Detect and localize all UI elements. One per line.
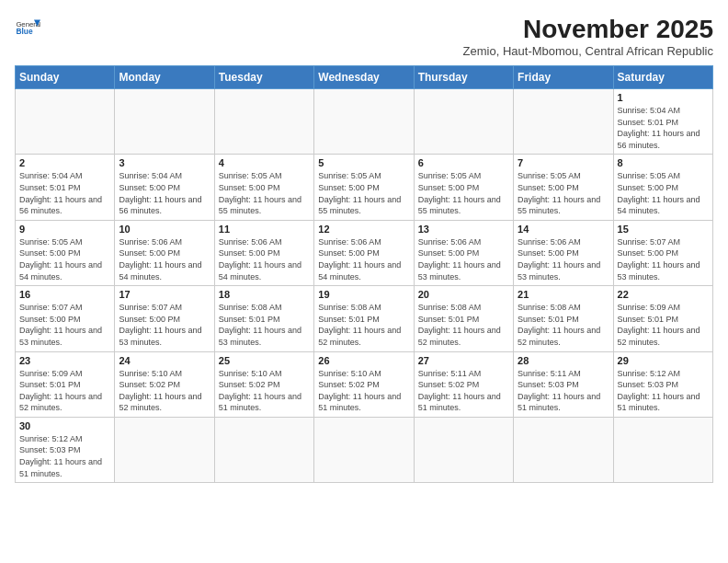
day-number: 25 bbox=[219, 355, 310, 366]
calendar-cell bbox=[314, 89, 414, 155]
title-section: November 2025 Zemio, Haut-Mbomou, Centra… bbox=[463, 15, 713, 58]
day-info: Sunrise: 5:11 AM Sunset: 5:03 PM Dayligh… bbox=[518, 368, 609, 414]
calendar-cell: 11Sunrise: 5:06 AM Sunset: 5:00 PM Dayli… bbox=[214, 220, 313, 285]
calendar-week-row: 2Sunrise: 5:04 AM Sunset: 5:01 PM Daylig… bbox=[16, 155, 713, 220]
day-info: Sunrise: 5:04 AM Sunset: 5:01 PM Dayligh… bbox=[19, 170, 110, 216]
day-info: Sunrise: 5:04 AM Sunset: 5:00 PM Dayligh… bbox=[119, 170, 210, 216]
calendar-cell: 5Sunrise: 5:05 AM Sunset: 5:00 PM Daylig… bbox=[314, 155, 414, 220]
day-info: Sunrise: 5:05 AM Sunset: 5:00 PM Dayligh… bbox=[19, 236, 110, 282]
day-number: 20 bbox=[418, 289, 509, 300]
day-number: 18 bbox=[219, 289, 310, 300]
calendar-cell: 16Sunrise: 5:07 AM Sunset: 5:00 PM Dayli… bbox=[16, 286, 115, 351]
day-number: 12 bbox=[318, 224, 409, 235]
calendar-week-row: 9Sunrise: 5:05 AM Sunset: 5:00 PM Daylig… bbox=[16, 220, 713, 285]
calendar-cell: 13Sunrise: 5:06 AM Sunset: 5:00 PM Dayli… bbox=[414, 220, 513, 285]
day-info: Sunrise: 5:05 AM Sunset: 5:00 PM Dayligh… bbox=[618, 170, 709, 216]
day-header-monday: Monday bbox=[115, 66, 214, 89]
calendar-cell: 1Sunrise: 5:04 AM Sunset: 5:01 PM Daylig… bbox=[613, 89, 712, 155]
day-number: 2 bbox=[19, 157, 110, 168]
day-info: Sunrise: 5:07 AM Sunset: 5:00 PM Dayligh… bbox=[618, 236, 709, 282]
calendar-cell: 3Sunrise: 5:04 AM Sunset: 5:00 PM Daylig… bbox=[115, 155, 214, 220]
day-number: 8 bbox=[618, 157, 709, 168]
calendar-cell: 4Sunrise: 5:05 AM Sunset: 5:00 PM Daylig… bbox=[214, 155, 313, 220]
day-number: 10 bbox=[119, 224, 210, 235]
day-number: 17 bbox=[119, 289, 210, 300]
day-number: 5 bbox=[318, 157, 409, 168]
day-info: Sunrise: 5:10 AM Sunset: 5:02 PM Dayligh… bbox=[119, 368, 210, 414]
calendar-cell: 2Sunrise: 5:04 AM Sunset: 5:01 PM Daylig… bbox=[16, 155, 115, 220]
day-info: Sunrise: 5:05 AM Sunset: 5:00 PM Dayligh… bbox=[318, 170, 409, 216]
day-number: 6 bbox=[418, 157, 509, 168]
day-number: 30 bbox=[19, 420, 110, 431]
calendar-cell: 25Sunrise: 5:10 AM Sunset: 5:02 PM Dayli… bbox=[214, 351, 313, 417]
calendar-cell: 12Sunrise: 5:06 AM Sunset: 5:00 PM Dayli… bbox=[314, 220, 414, 285]
calendar-cell bbox=[514, 417, 613, 482]
calendar-cell: 23Sunrise: 5:09 AM Sunset: 5:01 PM Dayli… bbox=[16, 351, 115, 417]
calendar-cell: 17Sunrise: 5:07 AM Sunset: 5:00 PM Dayli… bbox=[115, 286, 214, 351]
day-info: Sunrise: 5:05 AM Sunset: 5:00 PM Dayligh… bbox=[418, 170, 509, 216]
calendar-cell bbox=[613, 417, 712, 482]
day-info: Sunrise: 5:04 AM Sunset: 5:01 PM Dayligh… bbox=[618, 105, 709, 151]
day-info: Sunrise: 5:05 AM Sunset: 5:00 PM Dayligh… bbox=[518, 170, 609, 216]
day-info: Sunrise: 5:06 AM Sunset: 5:00 PM Dayligh… bbox=[219, 236, 310, 282]
svg-text:Blue: Blue bbox=[16, 27, 32, 36]
calendar-week-row: 16Sunrise: 5:07 AM Sunset: 5:00 PM Dayli… bbox=[16, 286, 713, 351]
calendar-cell: 30Sunrise: 5:12 AM Sunset: 5:03 PM Dayli… bbox=[16, 417, 115, 482]
location-subtitle: Zemio, Haut-Mbomou, Central African Repu… bbox=[463, 44, 713, 58]
day-number: 21 bbox=[518, 289, 609, 300]
calendar-cell bbox=[115, 417, 214, 482]
day-number: 15 bbox=[618, 224, 709, 235]
day-number: 22 bbox=[618, 289, 709, 300]
calendar-week-row: 23Sunrise: 5:09 AM Sunset: 5:01 PM Dayli… bbox=[16, 351, 713, 417]
day-number: 23 bbox=[19, 355, 110, 366]
day-info: Sunrise: 5:06 AM Sunset: 5:00 PM Dayligh… bbox=[418, 236, 509, 282]
calendar-cell bbox=[514, 89, 613, 155]
calendar-week-row: 30Sunrise: 5:12 AM Sunset: 5:03 PM Dayli… bbox=[16, 417, 713, 482]
calendar-week-row: 1Sunrise: 5:04 AM Sunset: 5:01 PM Daylig… bbox=[16, 89, 713, 155]
calendar-cell: 27Sunrise: 5:11 AM Sunset: 5:02 PM Dayli… bbox=[414, 351, 513, 417]
day-header-thursday: Thursday bbox=[414, 66, 513, 89]
calendar-cell: 21Sunrise: 5:08 AM Sunset: 5:01 PM Dayli… bbox=[514, 286, 613, 351]
calendar-header-row: SundayMondayTuesdayWednesdayThursdayFrid… bbox=[16, 66, 713, 89]
calendar-cell: 26Sunrise: 5:10 AM Sunset: 5:02 PM Dayli… bbox=[314, 351, 414, 417]
day-number: 9 bbox=[19, 224, 110, 235]
day-info: Sunrise: 5:08 AM Sunset: 5:01 PM Dayligh… bbox=[418, 302, 509, 348]
calendar-cell: 9Sunrise: 5:05 AM Sunset: 5:00 PM Daylig… bbox=[16, 220, 115, 285]
day-number: 14 bbox=[518, 224, 609, 235]
day-number: 27 bbox=[418, 355, 509, 366]
calendar-cell bbox=[314, 417, 414, 482]
day-number: 7 bbox=[518, 157, 609, 168]
day-header-saturday: Saturday bbox=[613, 66, 712, 89]
day-number: 19 bbox=[318, 289, 409, 300]
calendar-cell bbox=[214, 89, 313, 155]
day-info: Sunrise: 5:08 AM Sunset: 5:01 PM Dayligh… bbox=[518, 302, 609, 348]
day-info: Sunrise: 5:10 AM Sunset: 5:02 PM Dayligh… bbox=[219, 368, 310, 414]
day-info: Sunrise: 5:08 AM Sunset: 5:01 PM Dayligh… bbox=[219, 302, 310, 348]
page-header: General Blue November 2025 Zemio, Haut-M… bbox=[15, 15, 713, 58]
day-info: Sunrise: 5:12 AM Sunset: 5:03 PM Dayligh… bbox=[618, 368, 709, 414]
calendar-cell bbox=[16, 89, 115, 155]
day-info: Sunrise: 5:12 AM Sunset: 5:03 PM Dayligh… bbox=[19, 433, 110, 479]
day-info: Sunrise: 5:09 AM Sunset: 5:01 PM Dayligh… bbox=[618, 302, 709, 348]
day-number: 26 bbox=[318, 355, 409, 366]
calendar-cell: 18Sunrise: 5:08 AM Sunset: 5:01 PM Dayli… bbox=[214, 286, 313, 351]
day-info: Sunrise: 5:06 AM Sunset: 5:00 PM Dayligh… bbox=[318, 236, 409, 282]
logo: General Blue bbox=[15, 15, 40, 40]
day-header-sunday: Sunday bbox=[16, 66, 115, 89]
day-info: Sunrise: 5:11 AM Sunset: 5:02 PM Dayligh… bbox=[418, 368, 509, 414]
day-number: 16 bbox=[19, 289, 110, 300]
day-number: 4 bbox=[219, 157, 310, 168]
calendar-cell: 24Sunrise: 5:10 AM Sunset: 5:02 PM Dayli… bbox=[115, 351, 214, 417]
calendar-cell bbox=[414, 89, 513, 155]
day-info: Sunrise: 5:09 AM Sunset: 5:01 PM Dayligh… bbox=[19, 368, 110, 414]
day-number: 3 bbox=[119, 157, 210, 168]
day-number: 24 bbox=[119, 355, 210, 366]
day-header-tuesday: Tuesday bbox=[214, 66, 313, 89]
calendar-cell: 14Sunrise: 5:06 AM Sunset: 5:00 PM Dayli… bbox=[514, 220, 613, 285]
calendar-cell: 8Sunrise: 5:05 AM Sunset: 5:00 PM Daylig… bbox=[613, 155, 712, 220]
calendar-cell bbox=[214, 417, 313, 482]
day-info: Sunrise: 5:06 AM Sunset: 5:00 PM Dayligh… bbox=[119, 236, 210, 282]
day-info: Sunrise: 5:08 AM Sunset: 5:01 PM Dayligh… bbox=[318, 302, 409, 348]
calendar-cell: 15Sunrise: 5:07 AM Sunset: 5:00 PM Dayli… bbox=[613, 220, 712, 285]
day-info: Sunrise: 5:06 AM Sunset: 5:00 PM Dayligh… bbox=[518, 236, 609, 282]
